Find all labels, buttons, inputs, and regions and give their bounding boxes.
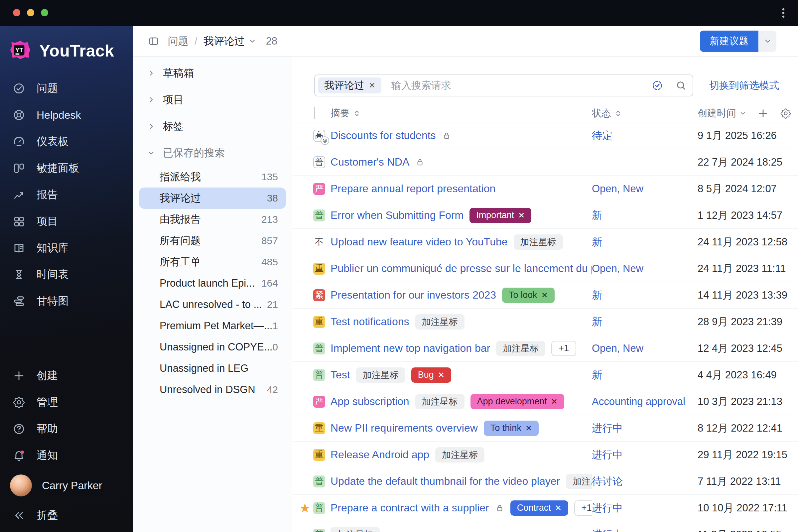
issue-title[interactable]: Prepare annual report presentation [330,183,495,195]
sidebar-item-issues[interactable]: 问题 [0,75,133,102]
sidebar-item-knowledge-base[interactable]: 知识库 [0,235,133,261]
issue-status-link[interactable]: Accounting approval [592,396,685,407]
tree-item-tags[interactable]: 标签 [133,113,292,140]
saved-search-item[interactable]: 我评论过 38 [139,188,286,209]
remove-tag-icon[interactable]: ✕ [551,397,557,406]
issue-status-link[interactable]: 新 [592,236,602,248]
tag-chip[interactable]: 加注星标 [514,234,563,250]
tag-chip[interactable]: 加注星标 [415,314,464,329]
issue-row[interactable]: 普 加注星标 进行中 11 3月 2022 10:55 [292,521,798,532]
issue-status-link[interactable]: 进行中 [592,502,623,514]
select-all-checkbox[interactable] [314,107,315,119]
saved-search-item[interactable]: 所有工单 485 [139,251,286,273]
tag-chip[interactable]: Important✕ [470,208,531,223]
saved-search-item[interactable]: Unassigned in COPYE... 0 [139,337,286,358]
issue-title[interactable]: Error when Submitting Form [330,209,463,222]
add-column-button[interactable] [757,108,769,119]
issue-status-link[interactable]: Open, New [592,183,643,194]
issue-row[interactable]: 紧 Presentation for our investors 2023To … [292,282,798,308]
issue-row[interactable]: 普 Test加注星标Bug✕ 新 4 4月 2023 16:49 [292,362,798,388]
saved-search-item[interactable]: 所有问题 857 [139,230,286,251]
tag-chip[interactable]: +1 [574,500,592,516]
issue-status-link[interactable]: 进行中 [592,422,623,434]
saved-search-item[interactable]: Product launch Epi... 164 [139,273,286,294]
issue-status-link[interactable]: Open, New [592,263,643,274]
saved-search-item[interactable]: 指派给我 135 [139,166,286,188]
tag-chip[interactable]: To think✕ [484,421,539,436]
sidebar-item-timesheets[interactable]: 时间表 [0,261,133,288]
remove-tag-icon[interactable]: ✕ [438,370,444,380]
saved-search-item[interactable]: LAC unresolved - to ... 21 [139,294,286,315]
issue-row[interactable]: 严 App subscription加注星标App development✕ A… [292,388,798,415]
remove-tag-icon[interactable]: ✕ [555,504,562,513]
tag-chip[interactable]: Bug✕ [411,367,451,383]
tag-chip[interactable]: To look✕ [502,288,555,303]
tag-chip[interactable]: 加注星标 [435,447,484,462]
remove-tag-icon[interactable]: ✕ [518,211,525,220]
issue-status-link[interactable]: 待讨论 [592,475,623,487]
table-settings-gear-icon[interactable] [780,108,791,119]
tag-chip[interactable]: +1 [551,341,576,356]
column-header-state[interactable]: 状态 [592,107,698,120]
remove-tag-icon[interactable]: ✕ [525,424,532,433]
toggle-panel-icon[interactable] [148,36,159,47]
issue-title[interactable]: Test [330,369,350,381]
issue-title[interactable]: Upload new feature video to YouTube [330,236,508,248]
sidebar-item-gantt-charts[interactable]: 甘特图 [0,288,133,315]
maximize-button[interactable] [41,9,48,16]
new-issue-dropdown-button[interactable] [759,31,776,52]
issue-title[interactable]: Prepare a contract with a supplier [330,502,489,514]
issue-title[interactable]: Release Android app [330,449,429,461]
saved-search-item[interactable]: Unassigned in LEG [139,358,286,379]
issue-row[interactable]: 高 Discounts for students 待定 9 1月 2025 16… [292,122,798,149]
switch-to-filter-mode-link[interactable]: 切换到筛选模式 [709,79,779,92]
tag-chip[interactable]: 加注星标 [415,394,464,409]
issue-status-link[interactable]: 新 [592,289,602,301]
issue-title[interactable]: Implement new top navigation bar [330,342,490,355]
search-button[interactable] [669,75,692,96]
issue-title[interactable]: Presentation for our investors 2023 [330,289,496,301]
youtrack-logo[interactable]: YT YouTrack [0,26,133,75]
sidebar-item-dashboards[interactable]: 仪表板 [0,128,133,155]
issue-row[interactable]: 普 Update the default thumbnail for the v… [292,468,798,495]
issue-row[interactable]: 重 Test notifications加注星标 新 28 9月 2023 21… [292,308,798,335]
minimize-button[interactable] [27,9,34,16]
remove-chip-icon[interactable]: ✕ [369,81,375,90]
sidebar-item-create[interactable]: 创建 [0,362,133,389]
issue-row[interactable]: 不 Upload new feature video to YouTube加注星… [292,229,798,255]
issue-status-link[interactable]: Open, New [592,342,643,354]
sidebar-item-reports[interactable]: 报告 [0,182,133,208]
saved-search-item[interactable]: Unresolved in DSGN 42 [139,379,286,400]
column-header-created[interactable]: 创建时间 [698,107,736,120]
tag-chip[interactable]: App development✕ [471,394,564,409]
issue-title[interactable]: New PII requirements overview [330,422,478,434]
tag-chip[interactable]: 加注星标 [356,367,405,383]
collapse-sidebar-button[interactable]: 折叠 [0,502,133,529]
saved-search-item[interactable]: 由我报告 213 [139,209,286,230]
column-header-summary[interactable]: 摘要 [327,107,592,120]
issue-status-link[interactable]: 新 [592,369,602,381]
sidebar-item-help[interactable]: 帮助 [0,416,133,442]
issue-row[interactable]: ★ 普 Prepare a contract with a supplierCo… [292,495,798,521]
search-input[interactable]: 我评论过 ✕ 输入搜索请求 [314,75,693,96]
issue-status-link[interactable]: 新 [592,209,602,221]
issue-title[interactable]: Customer's NDA [330,156,409,168]
user-menu[interactable]: Carry Parker [0,469,133,502]
tree-item-projects[interactable]: 项目 [133,87,292,113]
tag-chip[interactable]: 加注星标 [496,341,545,356]
breadcrumb-current[interactable]: 我评论过 [204,34,245,48]
tree-item-drafts[interactable]: 草稿箱 [133,60,292,87]
chevron-down-icon[interactable] [249,38,256,45]
sidebar-item-administration[interactable]: 管理 [0,389,133,416]
issue-row[interactable]: 重 Release Android app加注星标 进行中 29 11月 202… [292,441,798,468]
smart-search-button[interactable] [646,75,669,96]
sidebar-item-projects[interactable]: 项目 [0,208,133,235]
star-cell[interactable]: ★ [292,502,311,514]
more-options-icon[interactable] [777,6,790,20]
issue-title[interactable]: Discounts for students [330,129,436,141]
issue-row[interactable]: 严 Prepare annual report presentation Ope… [292,175,798,202]
issue-status-link[interactable]: 待定 [592,130,612,141]
issue-row[interactable]: 重 Publier un communiqué de presse sur le… [292,255,798,282]
issue-title[interactable]: Publier un communiqué de presse sur le l… [330,262,592,274]
issue-row[interactable]: 重 New PII requirements overviewTo think✕… [292,415,798,441]
